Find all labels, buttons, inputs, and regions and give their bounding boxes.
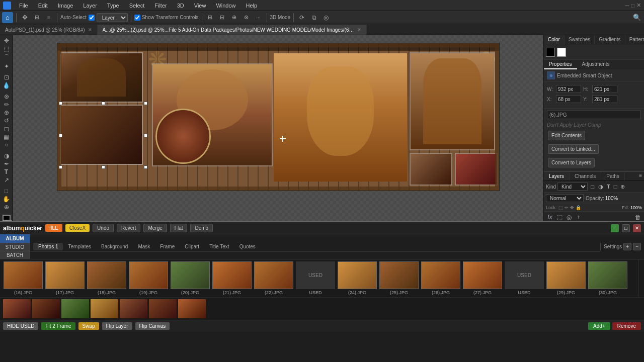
- lock-transparent[interactable]: ⬚: [558, 205, 563, 210]
- photo-thumb-19[interactable]: (19).JPG: [128, 261, 169, 295]
- photo-thumb-r2-5[interactable]: [120, 299, 147, 318]
- photo-thumb-16[interactable]: (16).JPG: [3, 261, 43, 295]
- tab-patterns[interactable]: Patterns: [625, 35, 644, 45]
- tab-color[interactable]: Color: [544, 35, 565, 45]
- bg-swatch[interactable]: [557, 48, 566, 57]
- path-select-tool[interactable]: ↗: [2, 176, 12, 184]
- filter-type-icon[interactable]: T: [606, 183, 611, 190]
- aq-tab-clipart[interactable]: Clipart: [180, 243, 204, 250]
- layers-tab-channels[interactable]: Channels: [570, 172, 601, 180]
- layers-menu[interactable]: ≡: [637, 172, 644, 180]
- tb-icon-3[interactable]: ⊕: [229, 13, 239, 23]
- photo-thumb-27[interactable]: (27).JPG: [462, 261, 503, 295]
- aq-close-btn[interactable]: ✕: [633, 224, 641, 232]
- aq-closex-btn[interactable]: CloseX: [65, 224, 90, 232]
- aq-tab-frame[interactable]: Frame: [155, 243, 180, 250]
- photo-thumb-r2-4[interactable]: [91, 299, 118, 318]
- w-input[interactable]: [556, 85, 581, 93]
- lock-all[interactable]: 🔒: [576, 205, 581, 210]
- window-maximize[interactable]: □: [631, 3, 634, 9]
- tab-1[interactable]: A...@ 25%...(2).psd @ 25%...File 5 Add-O…: [98, 25, 367, 35]
- photo-thumb-r2-3[interactable]: [61, 299, 89, 318]
- tb-icon-4[interactable]: ⊗: [242, 13, 252, 23]
- photo-thumb-29[interactable]: (29).JPG: [546, 261, 586, 295]
- aq-merge-btn[interactable]: Merge: [143, 224, 167, 232]
- aq-undo-btn[interactable]: Undo: [93, 224, 114, 232]
- photo-thumb-used-2[interactable]: USED USED: [504, 261, 544, 295]
- tb-icon-6[interactable]: ⧉: [309, 13, 319, 23]
- window-close[interactable]: ✕: [636, 2, 641, 9]
- autoselect-checkbox[interactable]: [89, 15, 95, 21]
- aq-file-btn[interactable]: fILE: [45, 224, 62, 232]
- aq-album-btn[interactable]: ALBUM: [0, 234, 30, 243]
- photo-thumb-used-1[interactable]: USED USED: [295, 261, 336, 295]
- show-transform-checkbox[interactable]: [134, 15, 140, 21]
- transform-handle-tr[interactable]: [144, 102, 147, 105]
- menu-file[interactable]: File: [17, 2, 30, 10]
- photo-thumb-20[interactable]: (20).JPG: [170, 261, 210, 295]
- remove-btn[interactable]: Remove: [612, 322, 641, 330]
- settings-minus-btn[interactable]: −: [633, 243, 641, 250]
- photo-thumb-r2-1[interactable]: [3, 299, 31, 318]
- menu-window[interactable]: Window: [214, 2, 237, 10]
- convert-to-layers-btn[interactable]: Convert to Layers: [548, 158, 595, 167]
- aq-tab-templates[interactable]: Templates: [63, 243, 96, 250]
- aq-maximize-btn[interactable]: □: [622, 224, 630, 232]
- wand-tool[interactable]: ✦: [2, 63, 12, 70]
- fg-swatch[interactable]: [546, 48, 555, 57]
- tab-0[interactable]: AutoPSD_(1).psd @ 25% (RGB/8#) ✕: [0, 25, 98, 35]
- fit2frame-btn[interactable]: Fit 2 Frame: [41, 322, 75, 330]
- dodge-tool[interactable]: ◑: [2, 152, 12, 159]
- stamp-tool[interactable]: ⊕: [2, 109, 12, 116]
- history-tool[interactable]: ↺: [2, 117, 12, 124]
- crop-tool[interactable]: ⊡: [2, 74, 12, 81]
- zoom-tool[interactable]: ⊕: [2, 204, 12, 211]
- move-tool-icon[interactable]: ✥: [20, 13, 30, 23]
- menu-filter[interactable]: Filter: [152, 2, 169, 10]
- photo-thumb-r2-7[interactable]: [178, 299, 206, 318]
- swap-btn[interactable]: Swap: [78, 322, 99, 330]
- settings-plus-btn[interactable]: +: [623, 243, 631, 250]
- filter-smart-icon[interactable]: ⊕: [619, 183, 626, 191]
- tab-adjustments[interactable]: Adjustments: [577, 60, 615, 69]
- tab-gradients[interactable]: Gradients: [595, 35, 625, 45]
- photo-thumb-26[interactable]: (26).JPG: [421, 261, 461, 295]
- lock-image[interactable]: ✏: [565, 205, 569, 210]
- tab-0-close[interactable]: ✕: [88, 27, 92, 32]
- filter-pixel-icon[interactable]: ◻: [589, 183, 596, 191]
- blur-tool[interactable]: ○: [2, 141, 12, 148]
- transform-handle-bl[interactable]: [59, 165, 62, 169]
- menu-layer[interactable]: Layer: [81, 2, 99, 10]
- menu-image[interactable]: Image: [56, 2, 75, 10]
- pen-tool[interactable]: ✒: [2, 160, 12, 167]
- menu-select[interactable]: Select: [127, 2, 147, 10]
- tb-icon-2[interactable]: ⊟: [217, 13, 227, 23]
- photo-thumb-24[interactable]: (24).JPG: [337, 261, 377, 295]
- transform-handle-ml[interactable]: [59, 134, 62, 137]
- edit-contents-btn[interactable]: Edit Contents: [548, 131, 585, 140]
- photo-thumb-17[interactable]: (17).JPG: [45, 261, 85, 295]
- spot-heal-tool[interactable]: ⊛: [2, 93, 12, 100]
- tb-icon-5[interactable]: ⟳: [297, 13, 307, 23]
- transform-handle-tm[interactable]: [102, 102, 105, 105]
- aq-tab-mask[interactable]: Mask: [133, 243, 155, 250]
- aq-batch-btn[interactable]: BATCH: [0, 251, 30, 259]
- layer-delete-btn[interactable]: 🗑: [634, 214, 642, 221]
- menu-type[interactable]: Type: [105, 2, 121, 10]
- photo-thumb-22[interactable]: (22).JPG: [254, 261, 294, 295]
- menu-view[interactable]: View: [192, 2, 208, 10]
- photo-thumb-r2-2[interactable]: [32, 299, 60, 318]
- layer-new-btn[interactable]: +: [575, 214, 583, 221]
- aq-studio-btn[interactable]: STUDIO: [0, 243, 30, 251]
- photo-thumb-21[interactable]: (21).JPG: [212, 261, 252, 295]
- gradient-tool[interactable]: ▦: [2, 133, 12, 140]
- eraser-tool[interactable]: ◻: [2, 125, 12, 132]
- tab-1-close[interactable]: ✕: [357, 27, 361, 32]
- marquee-tool[interactable]: ⬚: [2, 45, 12, 52]
- convert-to-linked-btn[interactable]: Convert to Linked...: [548, 144, 599, 154]
- tb-icon-1[interactable]: ⊞: [205, 13, 215, 23]
- h-input[interactable]: [592, 85, 617, 93]
- hand-tool[interactable]: ✋: [2, 196, 12, 203]
- menu-help[interactable]: Help: [244, 2, 260, 10]
- menu-3d[interactable]: 3D: [175, 2, 186, 10]
